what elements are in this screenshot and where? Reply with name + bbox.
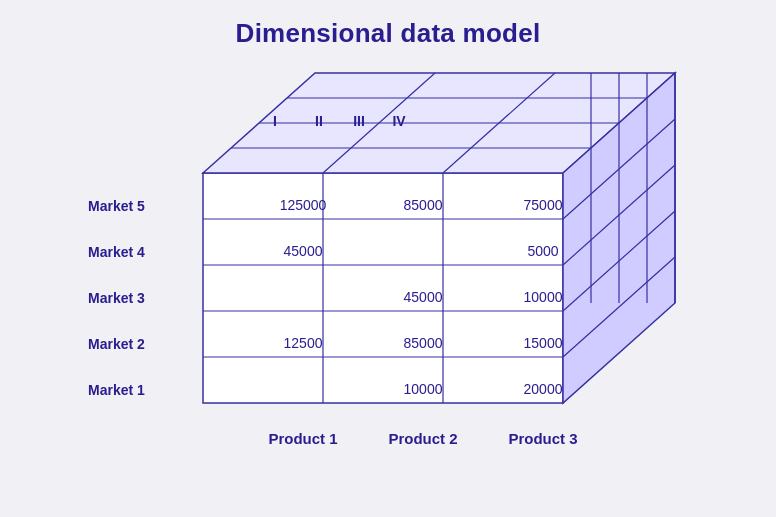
cell-row-0: 125000 85000 75000: [243, 182, 603, 228]
product-label-3: Product 3: [483, 430, 603, 447]
market-label-5: Market 5: [88, 183, 145, 229]
market-labels: Market 5 Market 4 Market 3 Market 2 Mark…: [88, 183, 145, 413]
cell-row-1: 45000 5000: [243, 228, 603, 274]
product-labels: Product 1 Product 2 Product 3: [243, 430, 603, 447]
cell-3-0: 12500: [243, 320, 363, 366]
market-label-2: Market 2: [88, 321, 145, 367]
roman-label-I: I: [261, 113, 289, 129]
cell-0-0: 125000: [243, 182, 363, 228]
market-label-1: Market 1: [88, 367, 145, 413]
cell-4-2: 20000: [483, 366, 603, 412]
diagram-area: I II III IV Market 5 Market 4 Market 3 M…: [48, 63, 728, 453]
cell-4-1: 10000: [363, 366, 483, 412]
page-title: Dimensional data model: [236, 18, 541, 49]
product-label-2: Product 2: [363, 430, 483, 447]
cell-row-4: 10000 20000: [243, 366, 603, 412]
cell-2-2: 10000: [483, 274, 603, 320]
roman-numeral-labels: I II III IV: [243, 113, 413, 129]
cell-values-grid: 125000 85000 75000 45000 5000 45000 1000…: [243, 182, 603, 412]
cell-0-2: 75000: [483, 182, 603, 228]
roman-label-IV: IV: [385, 113, 413, 129]
market-label-4: Market 4: [88, 229, 145, 275]
product-label-1: Product 1: [243, 430, 363, 447]
market-label-3: Market 3: [88, 275, 145, 321]
cell-1-0: 45000: [243, 228, 363, 274]
cell-1-1: [363, 228, 483, 274]
cell-3-2: 15000: [483, 320, 603, 366]
cell-2-0: [243, 274, 363, 320]
cell-row-2: 45000 10000: [243, 274, 603, 320]
roman-label-II: II: [305, 113, 333, 129]
cell-row-3: 12500 85000 15000: [243, 320, 603, 366]
cell-1-2: 5000: [483, 228, 603, 274]
cell-0-1: 85000: [363, 182, 483, 228]
cell-3-1: 85000: [363, 320, 483, 366]
main-container: Dimensional data model: [0, 0, 776, 517]
roman-label-III: III: [345, 113, 373, 129]
cell-2-1: 45000: [363, 274, 483, 320]
cell-4-0: [243, 366, 363, 412]
